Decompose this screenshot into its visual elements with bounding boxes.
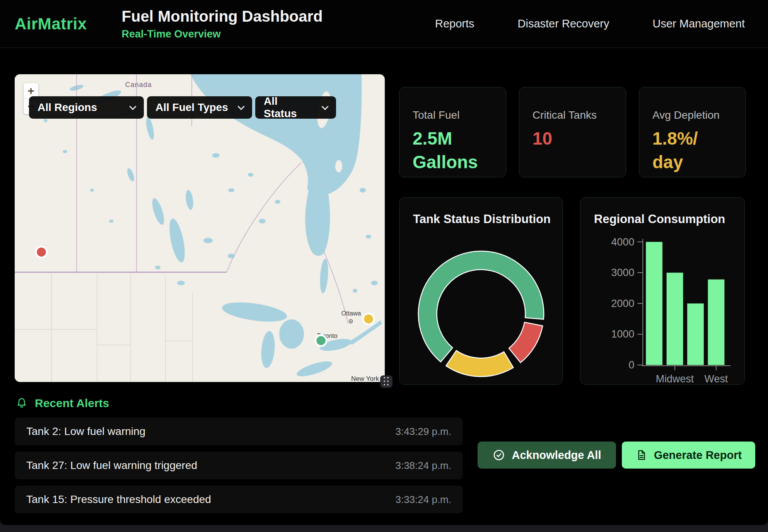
alert-row: Tank 2: Low fuel warning 3:43:29 p.m.: [15, 418, 463, 445]
alert-row: Tank 15: Pressure threshold exceeded 3:3…: [15, 486, 463, 513]
window-bottom-strip: [0, 525, 768, 532]
nav-disaster-recovery[interactable]: Disaster Recovery: [518, 17, 609, 30]
stat-card-avg-depletion: Avg Depletion 1.8%/day: [639, 87, 746, 177]
alert-message: Tank 15: Pressure threshold exceeded: [26, 493, 211, 506]
chevron-down-icon: [321, 103, 328, 110]
alert-row: Tank 27: Low fuel warning triggered 3:38…: [15, 452, 463, 479]
map-label-canada: Canada: [125, 81, 152, 89]
brand-logo: AirMatrix: [15, 15, 87, 33]
alert-timestamp: 3:43:29 p.m.: [395, 426, 451, 438]
dashboard-window: AirMatrix Fuel Monitoring Dashboard Real…: [0, 0, 768, 525]
region-filter-value: All Regions: [38, 101, 97, 114]
status-filter-value: All Status: [264, 95, 312, 120]
tank-status-chart-card: Tank Status Distribution: [399, 197, 563, 385]
map-island-2: [335, 160, 342, 172]
page-subtitle: Real-Time Overview: [122, 28, 323, 40]
region-filter-select[interactable]: All Regions: [29, 96, 144, 119]
map-resize-handle[interactable]: [380, 375, 393, 388]
alerts-header: Recent Alerts: [15, 397, 109, 410]
donut-slice-critical: [509, 322, 543, 363]
alert-timestamp: 3:38:24 p.m.: [395, 460, 451, 472]
map-label-ottawa: Ottawa: [341, 310, 361, 317]
donut-slice-warning: [446, 351, 513, 377]
acknowledge-all-button[interactable]: Acknowledge All: [478, 442, 616, 469]
alerts-title: Recent Alerts: [35, 397, 109, 410]
bar-1: [667, 273, 683, 365]
x-tick-label: Midwest: [656, 373, 694, 384]
fuel-type-filter-select[interactable]: All Fuel Types: [147, 96, 252, 119]
main-nav: Reports Disaster Recovery User Managemen…: [435, 17, 745, 30]
generate-report-button[interactable]: Generate Report: [622, 442, 755, 469]
stat-value: 2.5MGallons: [413, 127, 493, 174]
y-tick-label: 3000: [611, 267, 635, 278]
bell-icon: [15, 397, 28, 409]
stat-label: Total Fuel: [413, 109, 493, 121]
stat-card-total-fuel: Total Fuel 2.5MGallons: [399, 87, 506, 177]
acknowledge-all-label: Acknowledge All: [512, 449, 601, 462]
alert-message: Tank 2: Low fuel warning: [26, 425, 145, 438]
stat-value: 1.8%/day: [652, 127, 732, 174]
stat-card-critical-tanks: Critical Tanks 10: [519, 87, 626, 177]
title-block: Fuel Monitoring Dashboard Real-Time Over…: [122, 8, 323, 40]
capital-icon-dot: [350, 321, 351, 322]
page-title: Fuel Monitoring Dashboard: [122, 8, 323, 25]
chevron-down-icon: [129, 103, 136, 110]
alert-message: Tank 27: Low fuel warning triggered: [26, 459, 197, 472]
nav-user-management[interactable]: User Management: [652, 17, 745, 30]
top-bar: AirMatrix Fuel Monitoring Dashboard Real…: [0, 0, 768, 48]
tank-marker-normal[interactable]: [316, 335, 326, 346]
y-tick-label: 1000: [611, 328, 635, 340]
map-label-new-york: New York: [351, 375, 379, 382]
regional-consumption-bar-chart: 01000200030004000MidwestWest: [580, 198, 744, 384]
map-filters: All Regions All Fuel Types All Status: [29, 96, 336, 119]
fuel-type-filter-value: All Fuel Types: [155, 101, 228, 114]
generate-report-label: Generate Report: [654, 449, 742, 462]
tank-status-donut-chart: [399, 198, 562, 384]
map-canvas[interactable]: Canada Ottawa Toronto New York: [15, 74, 385, 382]
bar-0: [646, 242, 662, 365]
check-circle-icon: [493, 449, 505, 461]
alert-timestamp: 3:33:24 p.m.: [395, 494, 451, 506]
nav-reports[interactable]: Reports: [435, 17, 474, 30]
chevron-down-icon: [237, 103, 244, 110]
tank-marker-critical[interactable]: [36, 247, 47, 257]
stat-label: Critical Tanks: [532, 109, 613, 121]
regional-consumption-chart-card: Regional Consumption 01000200030004000Mi…: [580, 197, 745, 385]
bar-3: [708, 280, 725, 365]
status-filter-select[interactable]: All Status: [255, 96, 336, 119]
stat-label: Avg Depletion: [652, 109, 732, 121]
x-tick-label: West: [705, 373, 728, 384]
bar-2: [687, 304, 704, 365]
y-tick-label: 0: [628, 359, 634, 371]
stat-value: 10: [532, 127, 613, 150]
report-document-icon: [635, 449, 647, 461]
fuel-map[interactable]: Canada Ottawa Toronto New York + − All R…: [15, 74, 385, 382]
y-tick-label: 2000: [611, 298, 635, 309]
y-tick-label: 4000: [611, 236, 635, 248]
tank-marker-warning[interactable]: [363, 314, 374, 324]
